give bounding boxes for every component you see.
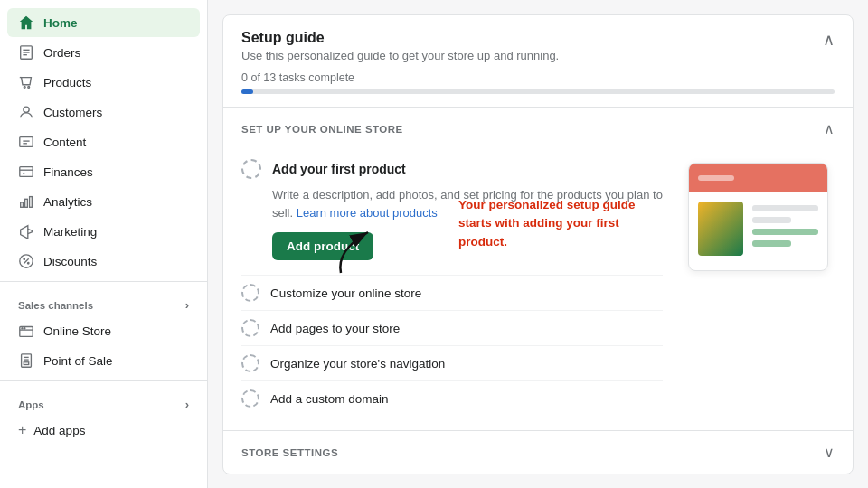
button-annotation-area: Add product Your per	[241, 232, 663, 260]
sidebar-item-marketing[interactable]: Marketing	[7, 217, 200, 246]
sidebar-item-finances-label: Finances	[43, 165, 93, 179]
setup-guide-card: Setup guide Use this personalized guide …	[222, 14, 854, 474]
store-settings-section-header[interactable]: STORE SETTINGS ∨	[223, 431, 853, 474]
task-organize-navigation[interactable]: Organize your store's navigation	[241, 345, 663, 380]
svg-rect-8	[20, 137, 33, 147]
add-apps-item[interactable]: + Add apps	[7, 416, 200, 445]
main-content: Setup guide Use this personalized guide …	[208, 0, 868, 488]
illus-nav-line	[698, 175, 734, 181]
sidebar-item-discounts[interactable]: Discounts	[7, 247, 200, 276]
learn-more-link[interactable]: Learn more about products	[297, 206, 438, 220]
task-add-pages[interactable]: Add pages to your store	[241, 310, 663, 345]
annotation-container: Your personalized setup guide starts wit…	[332, 223, 657, 277]
svg-rect-11	[20, 167, 33, 177]
svg-rect-16	[30, 197, 33, 208]
sidebar-item-pos[interactable]: Point of Sale	[7, 346, 200, 375]
sidebar-divider-1	[0, 281, 207, 282]
illus-line-4	[752, 240, 792, 247]
task-circle-domain	[241, 389, 259, 408]
illus-header	[689, 164, 827, 192]
task-circle-nav	[241, 354, 259, 372]
illus-line-3	[752, 229, 818, 235]
progress-bar-fill	[241, 89, 253, 94]
task-list: Add your first product Write a descripti…	[241, 159, 663, 416]
sidebar-item-pos-label: Point of Sale	[43, 354, 113, 368]
svg-rect-15	[25, 199, 28, 207]
task-circle	[241, 159, 261, 179]
sidebar-item-discounts-label: Discounts	[43, 255, 97, 268]
sales-channels-chevron[interactable]: ›	[185, 298, 189, 312]
sales-channels-section: Sales channels ›	[0, 287, 207, 315]
plus-icon: +	[18, 422, 26, 438]
sidebar-item-content-label: Content	[43, 136, 86, 149]
apps-chevron[interactable]: ›	[185, 398, 189, 411]
task-title: Add your first product	[272, 162, 406, 176]
sidebar-item-finances[interactable]: Finances	[7, 157, 200, 186]
svg-point-4	[24, 87, 25, 89]
arrow-annotation	[332, 223, 404, 277]
card-header: Setup guide Use this personalized guide …	[223, 15, 853, 71]
apps-section: Apps ›	[0, 387, 207, 415]
svg-point-20	[28, 263, 29, 264]
illus-line-1	[752, 205, 818, 211]
task-circle-pages	[241, 319, 259, 337]
illus-body	[689, 192, 827, 265]
content-icon	[18, 134, 34, 150]
sidebar-item-home-label: Home	[43, 16, 78, 30]
task-circle-customize	[241, 284, 259, 302]
discounts-icon	[18, 253, 34, 269]
sidebar-item-orders[interactable]: Orders	[7, 38, 200, 67]
progress-section: 0 of 13 tasks complete	[223, 71, 853, 107]
card-header-text: Setup guide Use this personalized guide …	[241, 30, 559, 62]
illustration	[681, 159, 835, 416]
illus-line-2	[752, 217, 792, 223]
svg-point-24	[24, 328, 25, 329]
svg-point-7	[24, 107, 29, 112]
setup-guide-subtitle: Use this personalized guide to get your …	[241, 49, 559, 62]
sidebar-item-customers-label: Customers	[43, 106, 102, 119]
analytics-icon	[18, 193, 34, 210]
sidebar-item-customers[interactable]: Customers	[7, 98, 200, 127]
sidebar-item-online-store[interactable]: Online Store	[7, 316, 200, 345]
online-store-icon	[18, 323, 34, 339]
illus-text-lines	[752, 202, 818, 256]
products-icon	[18, 74, 34, 90]
svg-rect-28	[24, 362, 28, 365]
sidebar-item-products[interactable]: Products	[7, 68, 200, 97]
online-store-section-header[interactable]: SET UP YOUR ONLINE STORE ∧	[223, 108, 853, 150]
sidebar-item-home[interactable]: Home	[7, 8, 200, 37]
illus-product-image	[698, 202, 743, 256]
pos-icon	[18, 352, 34, 369]
sidebar-item-online-store-label: Online Store	[43, 324, 111, 338]
svg-point-23	[22, 328, 23, 329]
add-apps-label: Add apps	[33, 424, 85, 437]
progress-bar-background	[241, 89, 835, 94]
annotation-text: Your personalized setup guide starts wit…	[458, 196, 657, 251]
marketing-icon	[18, 223, 34, 239]
sidebar: Home Orders Products Customers Content F…	[0, 0, 208, 488]
svg-point-19	[24, 258, 24, 259]
online-store-section-chevron[interactable]: ∧	[824, 120, 835, 137]
store-settings-chevron[interactable]: ∨	[824, 444, 835, 461]
orders-icon	[18, 44, 34, 61]
sidebar-item-analytics[interactable]: Analytics	[7, 187, 200, 216]
finances-icon	[18, 164, 34, 180]
sidebar-item-content[interactable]: Content	[7, 127, 200, 156]
task-domain-label: Add a custom domain	[270, 392, 389, 406]
progress-label: 0 of 13 tasks complete	[241, 71, 835, 84]
task-header: Add your first product	[241, 159, 663, 179]
other-tasks: Customize your online store Add pages to…	[241, 275, 663, 416]
collapse-button[interactable]: ∧	[823, 30, 835, 50]
sidebar-item-analytics-label: Analytics	[43, 195, 92, 209]
task-pages-label: Add pages to your store	[270, 322, 400, 335]
sidebar-item-products-label: Products	[43, 76, 91, 89]
sidebar-item-orders-label: Orders	[43, 46, 80, 60]
sidebar-item-marketing-label: Marketing	[43, 225, 97, 239]
task-customize-store[interactable]: Customize your online store	[241, 275, 663, 310]
apps-label: Apps	[18, 399, 44, 410]
task-nav-label: Organize your store's navigation	[270, 357, 445, 371]
task-custom-domain[interactable]: Add a custom domain	[241, 380, 663, 416]
online-store-section-title: SET UP YOUR ONLINE STORE	[241, 124, 403, 135]
task-add-first-product: Add your first product Write a descripti…	[241, 159, 663, 260]
illustration-card	[688, 163, 828, 271]
